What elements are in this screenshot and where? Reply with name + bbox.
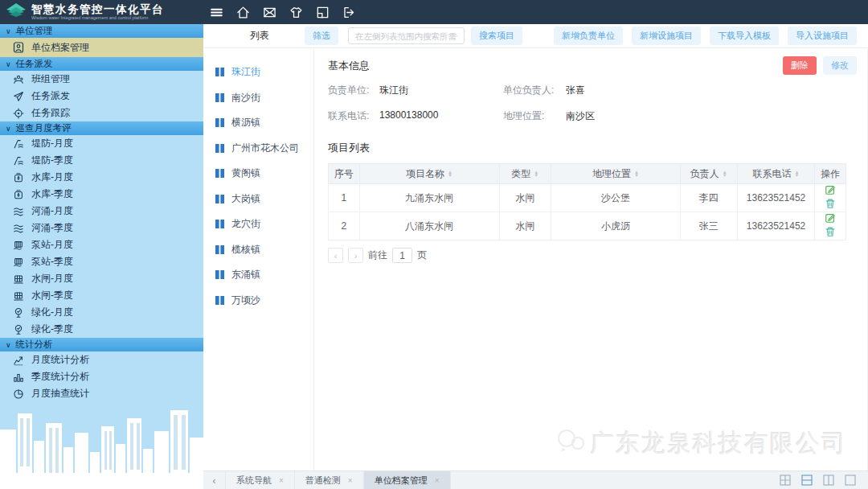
chevron-down-icon: ∨: [6, 27, 11, 35]
grid-layout-icon[interactable]: [780, 475, 791, 486]
sidebar-item[interactable]: 河涌-月度: [0, 203, 203, 220]
sidebar-item[interactable]: 河涌-季度: [0, 220, 203, 236]
detail-buttons: 删除 修改: [783, 56, 857, 75]
table-column-header[interactable]: 项目名称▲▼: [359, 164, 499, 184]
list-item[interactable]: 珠江街: [203, 60, 313, 85]
logout-icon[interactable]: [339, 2, 358, 22]
mail-icon[interactable]: [260, 2, 279, 22]
next-page-button[interactable]: ›: [348, 248, 363, 263]
tabs-scroll-left-icon[interactable]: ‹: [203, 471, 226, 489]
sort-icon[interactable]: ▲▼: [634, 171, 639, 178]
platform-title: 智慧水务管控一体化平台: [31, 4, 164, 15]
search-input[interactable]: [348, 27, 465, 44]
sidebar-item[interactable]: 泵站-季度: [0, 253, 203, 270]
list-item[interactable]: 万顷沙: [203, 288, 313, 314]
sidebar-section-header[interactable]: ∨单位管理: [0, 24, 203, 38]
sidebar-item[interactable]: 堤防-月度: [0, 135, 203, 152]
list-item[interactable]: 横沥镇: [203, 110, 313, 136]
close-icon[interactable]: ×: [435, 476, 440, 485]
delete-icon[interactable]: [821, 226, 839, 240]
theme-icon[interactable]: [286, 2, 305, 22]
table-actions-cell: [815, 212, 846, 240]
list-item[interactable]: 东涌镇: [203, 262, 313, 288]
platform-subtitle: Wisdom water Integrated management and c…: [31, 15, 154, 20]
list-item[interactable]: 大岗镇: [203, 187, 313, 212]
sidebar-item[interactable]: 月度抽查统计: [0, 385, 203, 402]
search-button[interactable]: 搜索项目: [471, 27, 522, 45]
vsplit-layout-icon[interactable]: [823, 475, 834, 486]
table-column-header[interactable]: 联系电话▲▼: [737, 164, 815, 184]
sidebar-item[interactable]: 任务跟踪: [0, 105, 203, 121]
list-item-label: 横沥镇: [231, 116, 260, 129]
app-window: 智慧水务管控一体化平台 Wisdom water Integrated mana…: [0, 0, 868, 489]
sidebar-item-label: 单位档案管理: [31, 41, 89, 55]
toolbar-action-button[interactable]: 新增负责单位: [554, 27, 623, 45]
edit-icon[interactable]: [821, 184, 839, 198]
toolbar-action-button[interactable]: 导入设施项目: [788, 27, 857, 45]
sidebar-item[interactable]: 水库-季度: [0, 186, 203, 203]
sidebar-item[interactable]: 绿化-季度: [0, 321, 203, 338]
table-column-header[interactable]: 地理位置▲▼: [551, 164, 680, 184]
hsplit-layout-icon[interactable]: [801, 475, 813, 486]
toolbar-action-button[interactable]: 下载导入模板: [710, 27, 779, 45]
sidebar-item[interactable]: 任务派发: [0, 88, 203, 105]
sidebar-item[interactable]: 月度统计分析: [0, 351, 203, 368]
footer-tab[interactable]: 单位档案管理×: [364, 471, 451, 489]
modify-button[interactable]: 修改: [823, 56, 857, 75]
footer-tab[interactable]: 系统导航×: [226, 471, 295, 489]
pump-icon: [12, 256, 25, 269]
sidebar-item-label: 河涌-季度: [31, 221, 73, 235]
table-cell: 水闸: [499, 212, 551, 240]
sluice-icon: [12, 290, 25, 302]
sort-icon[interactable]: ▲▼: [795, 171, 800, 178]
close-icon[interactable]: ×: [279, 476, 284, 485]
edit-icon[interactable]: [821, 212, 839, 226]
sidebar-item[interactable]: 班组管理: [0, 71, 203, 88]
list-item[interactable]: 南沙街: [203, 85, 313, 111]
sidebar-section-header[interactable]: ∨巡查月度考评: [0, 121, 203, 135]
list-item[interactable]: 龙穴街: [203, 212, 313, 237]
sidebar-section-header[interactable]: ∨统计分析: [0, 338, 203, 351]
delete-button[interactable]: 删除: [783, 56, 817, 75]
sidebar-item[interactable]: 水库-月度: [0, 169, 203, 186]
sidebar-section-header[interactable]: ∨任务派发: [0, 57, 203, 71]
list-item[interactable]: 黄阁镇: [203, 161, 313, 187]
sidebar-item[interactable]: 水闸-季度: [0, 287, 203, 304]
chart-line-icon: [12, 354, 25, 367]
sort-icon[interactable]: ▲▼: [534, 171, 538, 178]
menu-icon[interactable]: [207, 2, 226, 22]
sidebar-item[interactable]: 水闸-月度: [0, 270, 203, 287]
single-layout-icon[interactable]: [845, 475, 856, 486]
sidebar-item[interactable]: 堤防-季度: [0, 152, 203, 169]
table-cell: 2: [329, 212, 360, 240]
prev-page-button[interactable]: ‹: [328, 248, 343, 263]
list-item[interactable]: 榄核镇: [203, 237, 313, 263]
sidebar-item[interactable]: 单位档案管理: [0, 38, 203, 57]
archive-icon: [12, 41, 25, 54]
column-label: 序号: [334, 167, 354, 181]
footer-tab[interactable]: 普通检测×: [295, 471, 364, 489]
sidebar-item[interactable]: 泵站-月度: [0, 236, 203, 253]
table-column-header[interactable]: 负责人▲▼: [680, 164, 737, 184]
info-field-value: 张喜: [566, 84, 585, 97]
list-item-label: 万顷沙: [231, 294, 260, 307]
pagination: ‹ › 前往 页: [328, 248, 854, 263]
toolbar-action-button[interactable]: 新增设施项目: [632, 27, 701, 45]
pump-icon: [12, 239, 25, 252]
close-icon[interactable]: ×: [348, 476, 353, 485]
home-icon[interactable]: [233, 2, 252, 22]
table-row: 2八涌东水闸水闸小虎沥张三13623521452: [329, 212, 846, 240]
sort-icon[interactable]: ▲▼: [448, 171, 452, 178]
filter-button[interactable]: 筛选: [305, 27, 338, 45]
table-column-header[interactable]: 类型▲▼: [499, 164, 551, 184]
sidebar-item[interactable]: 绿化-月度: [0, 304, 203, 321]
page-number-input[interactable]: [392, 248, 412, 263]
info-field-label: 单位负责人:: [503, 84, 566, 97]
sidebar-item[interactable]: 季度统计分析: [0, 368, 203, 385]
list-item[interactable]: 广州市花木公司: [203, 136, 313, 162]
grid-bullet-icon: [215, 68, 224, 76]
list-item-label: 龙穴街: [231, 217, 260, 231]
delete-icon[interactable]: [821, 198, 839, 212]
layout-icon[interactable]: [313, 2, 332, 22]
sort-icon[interactable]: ▲▼: [723, 171, 727, 178]
